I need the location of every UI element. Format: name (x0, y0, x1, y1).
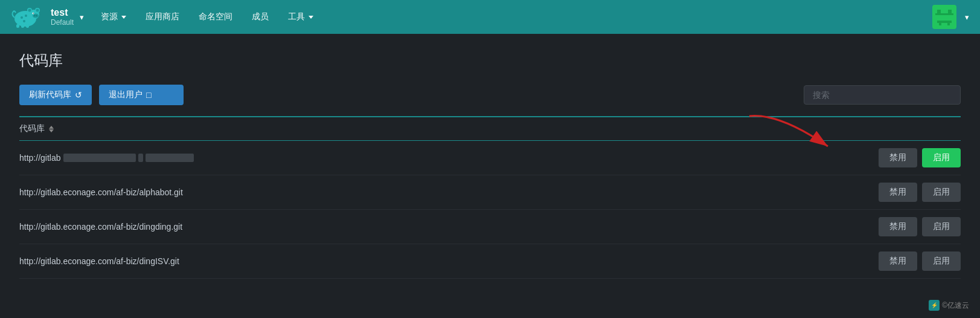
nav-resources-label: 资源 (101, 11, 118, 22)
watermark: ⚡ ©亿速云 (929, 300, 969, 311)
disable-label: 禁用 (889, 221, 906, 231)
refresh-label: 刷新代码库 (29, 89, 71, 100)
brand-sub: Default (51, 18, 74, 27)
enable-label: 启用 (933, 187, 950, 196)
row-url: http://gitlab (19, 153, 876, 163)
svg-point-7 (34, 15, 36, 16)
svg-rect-17 (934, 6, 955, 28)
svg-rect-23 (947, 23, 950, 25)
nav-appstore-label: 应用商店 (146, 11, 179, 22)
svg-point-3 (28, 9, 31, 12)
sort-icon[interactable] (49, 126, 54, 132)
url-text: http://gitlab.econage.com/af-biz/alphabo… (19, 187, 183, 197)
svg-rect-22 (939, 23, 941, 25)
enable-label: 启用 (933, 152, 950, 162)
table-container: 代码库 http://gitlab 禁用 (19, 116, 961, 279)
nav-item-tools[interactable]: 工具 (280, 7, 322, 27)
svg-rect-20 (935, 13, 953, 15)
row-url: http://gitlab.econage.com/af-biz/dingdin… (19, 222, 876, 232)
nav-item-members[interactable]: 成员 (243, 7, 277, 27)
table-header: 代码库 (19, 116, 961, 141)
enable-button[interactable]: 启用 (922, 183, 961, 202)
row-url: http://gitlab.econage.com/af-biz/dingISV… (19, 256, 876, 266)
row-url: http://gitlab.econage.com/af-biz/alphabo… (19, 187, 876, 197)
svg-rect-11 (16, 24, 19, 28)
disable-label: 禁用 (889, 256, 906, 265)
table-column-label: 代码库 (19, 123, 54, 134)
disable-button[interactable]: 禁用 (879, 183, 917, 202)
main-nav: 资源 应用商店 命名空间 成员 工具 (92, 7, 322, 27)
nav-namespace-label: 命名空间 (199, 11, 232, 22)
svg-point-6 (33, 14, 39, 18)
exit-user-button[interactable]: 退出用户 □ (99, 85, 184, 105)
svg-rect-13 (26, 24, 29, 28)
brand-name: test (51, 7, 74, 18)
url-mask-dot (138, 154, 143, 162)
watermark-text: ©亿速云 (942, 300, 969, 311)
refresh-icon: ↺ (75, 90, 82, 100)
navbar-brand: test Default (51, 7, 74, 27)
user-avatar-button[interactable] (932, 5, 956, 29)
disable-button[interactable]: 禁用 (879, 148, 917, 167)
table-header-text: 代码库 (19, 123, 45, 134)
url-text: http://gitlab.econage.com/af-biz/dingISV… (19, 256, 179, 266)
svg-rect-12 (21, 24, 24, 28)
nav-item-namespace[interactable]: 命名空间 (190, 7, 241, 27)
svg-rect-18 (937, 10, 941, 13)
enable-button[interactable]: 启用 (922, 251, 961, 271)
nav-item-appstore[interactable]: 应用商店 (137, 7, 188, 27)
url-mask-2 (146, 154, 194, 162)
svg-point-16 (23, 20, 25, 22)
masked-url: http://gitlab (19, 153, 194, 163)
sort-down-icon (49, 129, 54, 132)
url-mask-1 (63, 154, 136, 162)
sort-up-icon (49, 126, 54, 129)
row-actions: 禁用 启用 (876, 183, 961, 202)
svg-point-5 (36, 9, 39, 12)
row-actions: 禁用 启用 (876, 251, 961, 271)
table-row: http://gitlab.econage.com/af-biz/dingdin… (19, 210, 961, 244)
exit-label: 退出用户 (109, 89, 143, 100)
disable-button[interactable]: 禁用 (879, 251, 917, 271)
page-content: 代码库 刷新代码库 ↺ 退出用户 □ 代码库 (0, 34, 980, 291)
navbar-right: ▾ (932, 5, 973, 29)
disable-button[interactable]: 禁用 (879, 217, 917, 236)
svg-rect-21 (937, 21, 952, 23)
svg-rect-19 (948, 10, 952, 13)
enable-label: 启用 (933, 221, 950, 231)
svg-point-10 (33, 13, 34, 13)
table-row: http://gitlab 禁用 启用 (19, 141, 961, 175)
page-title: 代码库 (19, 51, 961, 70)
navbar: test Default ▾ 资源 应用商店 命名空间 成员 工具 (0, 0, 980, 34)
user-avatar-icon (934, 6, 955, 28)
nav-tools-chevron (309, 16, 313, 19)
user-dropdown-button[interactable]: ▾ (961, 10, 973, 24)
disable-label: 禁用 (889, 152, 906, 162)
enable-button[interactable]: 启用 (922, 148, 961, 167)
table-row: http://gitlab.econage.com/af-biz/dingISV… (19, 244, 961, 279)
svg-point-14 (21, 16, 23, 19)
nav-item-resources[interactable]: 资源 (92, 7, 135, 27)
table-row: http://gitlab.econage.com/af-biz/alphabo… (19, 175, 961, 210)
url-text: http://gitlab.econage.com/af-biz/dingdin… (19, 222, 182, 232)
refresh-button[interactable]: 刷新代码库 ↺ (19, 85, 92, 105)
rancher-logo-icon (10, 5, 41, 28)
brand-dropdown-arrow: ▾ (80, 13, 84, 22)
enable-button[interactable]: 启用 (922, 217, 961, 236)
nav-members-label: 成员 (252, 11, 269, 22)
nav-tools-label: 工具 (288, 11, 305, 22)
url-prefix: http://gitlab (19, 153, 61, 163)
search-input[interactable] (804, 85, 961, 105)
disable-label: 禁用 (889, 187, 906, 196)
svg-point-8 (36, 15, 37, 16)
row-actions: 禁用 启用 (876, 217, 961, 236)
logo-area (7, 5, 43, 29)
row-actions: 禁用 启用 (876, 148, 961, 167)
svg-point-15 (25, 15, 27, 17)
watermark-icon: ⚡ (929, 300, 940, 311)
toolbar: 刷新代码库 ↺ 退出用户 □ (19, 85, 961, 105)
brand-dropdown-button[interactable]: ▾ (76, 10, 88, 24)
exit-icon: □ (146, 90, 151, 100)
search-wrapper (804, 85, 961, 105)
nav-resources-chevron (121, 16, 126, 19)
